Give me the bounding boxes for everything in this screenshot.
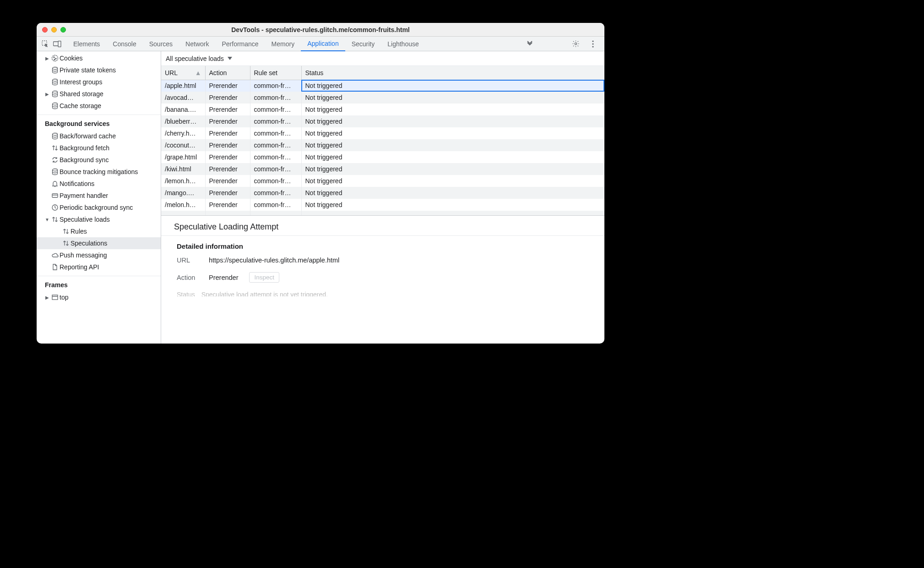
table-row[interactable]: /blueberr…Prerendercommon-fr…Not trigger…: [161, 115, 604, 127]
close-window-button[interactable]: [42, 27, 48, 33]
minimize-window-button[interactable]: [51, 27, 57, 33]
cookie-icon: [50, 55, 60, 62]
tree-item-label: Cookies: [60, 55, 161, 62]
sidebar-item-top-frame[interactable]: ▶top: [37, 291, 161, 303]
cloud-icon: [50, 251, 60, 259]
database-icon: [50, 102, 60, 109]
updown-icon: [61, 228, 71, 235]
main-panel: All speculative loads URL▲ Action Rule s…: [161, 51, 604, 344]
database-icon: [50, 132, 60, 140]
table-row[interactable]: /banana.…Prerendercommon-fr…Not triggere…: [161, 104, 604, 115]
sidebar-item-bounce-tracking-mitigations[interactable]: Bounce tracking mitigations: [37, 166, 161, 178]
tree-item-label: Payment handler: [60, 192, 161, 199]
tree-item-label: top: [60, 294, 161, 301]
cell-status: Not triggered: [301, 163, 604, 175]
sidebar-item-speculations[interactable]: Speculations: [37, 237, 161, 249]
zoom-window-button[interactable]: [60, 27, 66, 33]
tree-item-label: Speculations: [71, 240, 161, 247]
inspect-button[interactable]: Inspect: [249, 272, 279, 283]
cell-action: Prerender: [205, 115, 250, 127]
devtools-window: DevTools - speculative-rules.glitch.me/c…: [37, 23, 604, 344]
title-bar: DevTools - speculative-rules.glitch.me/c…: [37, 23, 604, 37]
cell-ruleset: common-fr…: [250, 163, 301, 175]
svg-point-11: [53, 67, 58, 70]
expand-arrow-icon: ▶: [44, 56, 50, 61]
tab-security[interactable]: Security: [345, 37, 381, 51]
sidebar-item-cache-storage[interactable]: Cache storage: [37, 100, 161, 112]
settings-gear-icon[interactable]: [570, 38, 582, 50]
expand-arrow-icon: ▶: [44, 295, 50, 300]
svg-rect-17: [52, 194, 58, 197]
tree-item-label: Push messaging: [60, 251, 161, 259]
sidebar-item-periodic-background-sync[interactable]: Periodic background sync: [37, 202, 161, 213]
sidebar-item-private-state-tokens[interactable]: Private state tokens: [37, 64, 161, 76]
cell-url: /coconut…: [161, 139, 205, 151]
table-row[interactable]: /lemon.h…Prerendercommon-fr…Not triggere…: [161, 175, 604, 187]
sidebar-item-cookies[interactable]: ▶Cookies: [37, 52, 161, 64]
tab-elements[interactable]: Elements: [67, 37, 106, 51]
table-row[interactable]: /coconut…Prerendercommon-fr…Not triggere…: [161, 139, 604, 151]
tab-performance[interactable]: Performance: [215, 37, 265, 51]
cell-action: Prerender: [205, 163, 250, 175]
tab-sources[interactable]: Sources: [143, 37, 179, 51]
database-icon: [50, 66, 60, 74]
dropdown-label: All speculative loads: [166, 55, 224, 62]
kebab-menu-icon[interactable]: [587, 38, 599, 50]
col-url[interactable]: URL▲: [161, 66, 205, 80]
col-status[interactable]: Status: [301, 66, 604, 80]
tree-item-label: Shared storage: [60, 90, 161, 98]
expand-arrow-icon: ▶: [44, 92, 50, 97]
table-row[interactable]: /grape.htmlPrerendercommon-fr…Not trigge…: [161, 151, 604, 163]
sidebar-item-background-sync[interactable]: Background sync: [37, 154, 161, 166]
tab-console[interactable]: Console: [106, 37, 142, 51]
sidebar-item-notifications[interactable]: Notifications: [37, 178, 161, 190]
sidebar-item-back/forward-cache[interactable]: Back/forward cache: [37, 130, 161, 142]
tree-item-label: Notifications: [60, 180, 161, 187]
sidebar-item-shared-storage[interactable]: ▶Shared storage: [37, 88, 161, 100]
sidebar-item-interest-groups[interactable]: Interest groups: [37, 76, 161, 88]
cell-ruleset: common-fr…: [250, 80, 301, 92]
sidebar-item-rules[interactable]: Rules: [37, 225, 161, 237]
updown-icon: [61, 240, 71, 247]
sidebar-item-push-messaging[interactable]: Push messaging: [37, 249, 161, 261]
col-ruleset[interactable]: Rule set: [250, 66, 301, 80]
table-row[interactable]: /cherry.h…Prerendercommon-fr…Not trigger…: [161, 127, 604, 139]
tree-item-label: Private state tokens: [60, 66, 161, 74]
sidebar-item-background-fetch[interactable]: Background fetch: [37, 142, 161, 154]
sidebar-item-payment-handler[interactable]: Payment handler: [37, 190, 161, 202]
tab-memory[interactable]: Memory: [265, 37, 301, 51]
table-row[interactable]: /avocad…Prerendercommon-fr…Not triggered: [161, 92, 604, 104]
table-row[interactable]: /apple.htmlPrerendercommon-fr…Not trigge…: [161, 80, 604, 92]
sidebar-item-speculative-loads[interactable]: ▼Speculative loads: [37, 213, 161, 225]
sidebar-item-reporting-api[interactable]: Reporting API: [37, 261, 161, 273]
frame-icon: [50, 294, 60, 301]
tab-application[interactable]: Application: [301, 37, 345, 51]
cell-action: Prerender: [205, 127, 250, 139]
svg-point-9: [55, 58, 56, 59]
tab-lighthouse[interactable]: Lighthouse: [381, 37, 425, 51]
cell-status: Not triggered: [301, 115, 604, 127]
inspect-element-icon[interactable]: [39, 38, 51, 50]
updown-icon: [50, 144, 60, 152]
detail-action-value: Prerender: [209, 274, 238, 281]
tree-item-label: Background services: [45, 120, 161, 127]
speculative-loads-filter-dropdown[interactable]: All speculative loads: [166, 55, 232, 62]
speculations-table: URL▲ Action Rule set Status /apple.htmlP…: [161, 66, 604, 215]
more-tabs-icon[interactable]: [524, 38, 536, 50]
cell-ruleset: common-fr…: [250, 187, 301, 199]
clock-icon: [50, 204, 60, 211]
svg-point-16: [53, 169, 58, 171]
tree-item-label: Speculative loads: [60, 216, 161, 223]
table-row[interactable]: /mango.…Prerendercommon-fr…Not triggered: [161, 187, 604, 199]
tab-network[interactable]: Network: [179, 37, 215, 51]
table-row[interactable]: /melon.h…Prerendercommon-fr…Not triggere…: [161, 199, 604, 211]
detail-url-value: https://speculative-rules.glitch.me/appl…: [209, 257, 339, 264]
cell-url: /banana.…: [161, 104, 205, 115]
svg-point-3: [575, 43, 576, 44]
table-row[interactable]: /kiwi.htmlPrerendercommon-fr…Not trigger…: [161, 163, 604, 175]
device-toolbar-icon[interactable]: [51, 38, 63, 50]
cell-action: Prerender: [205, 104, 250, 115]
col-action[interactable]: Action: [205, 66, 250, 80]
svg-point-6: [592, 46, 593, 47]
cell-status: Not triggered: [301, 80, 604, 92]
